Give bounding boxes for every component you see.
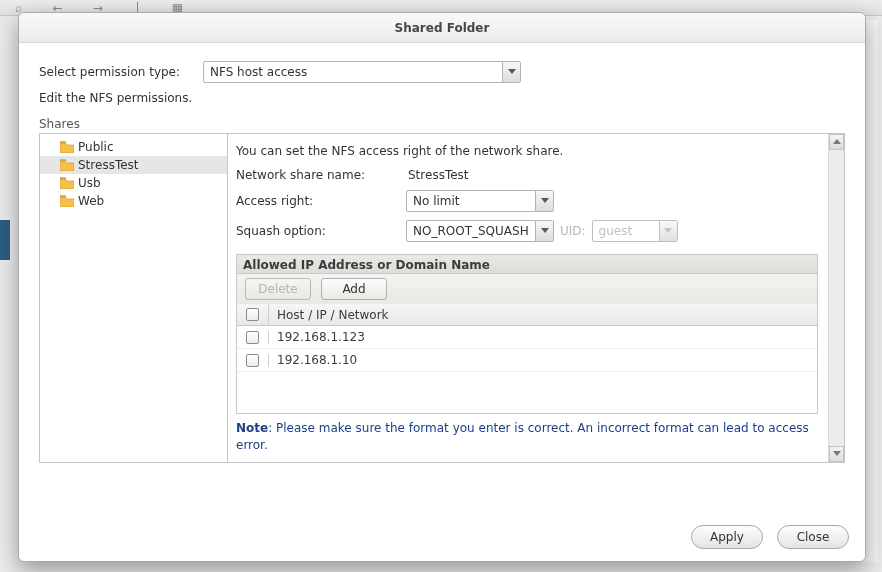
scrollbar[interactable]	[828, 134, 844, 462]
checkbox-icon[interactable]	[246, 331, 259, 344]
host-cell: 192.168.1.10	[269, 353, 817, 367]
squash-select[interactable]: NO_ROOT_SQUASH	[406, 220, 554, 242]
svg-marker-2	[541, 228, 549, 233]
select-all-column[interactable]	[237, 304, 269, 325]
dialog-title: Shared Folder	[19, 13, 865, 43]
tree-item-label: Web	[78, 194, 104, 208]
ip-panel-toolbar: Delete Add	[236, 274, 818, 304]
svg-marker-1	[541, 198, 549, 203]
tree-item-label: StressTest	[78, 158, 139, 172]
ip-table: Host / IP / Network 192.168.1.123	[236, 304, 818, 414]
uid-select: guest	[592, 220, 678, 242]
checkbox-icon[interactable]	[246, 308, 259, 321]
access-right-value: No limit	[413, 194, 460, 208]
intro-text: You can set the NFS access right of the …	[236, 142, 818, 160]
scroll-down-icon[interactable]	[829, 446, 844, 462]
host-cell: 192.168.1.123	[269, 330, 817, 344]
edit-help-text: Edit the NFS permissions.	[39, 91, 845, 105]
close-button[interactable]: Close	[777, 525, 849, 549]
chevron-down-icon	[502, 62, 520, 82]
dialog-content: Select permission type: NFS host access …	[19, 43, 865, 513]
row-checkbox-cell[interactable]	[237, 354, 269, 367]
shared-folder-dialog: Shared Folder Select permission type: NF…	[18, 12, 866, 562]
svg-marker-3	[664, 228, 672, 233]
note-text: Note: Please make sure the format you en…	[236, 420, 818, 454]
squash-row: Squash option: NO_ROOT_SQUASH UID: guest	[236, 220, 818, 242]
share-name-value: StressTest	[406, 168, 469, 182]
main-frame: Public StressTest Usb	[39, 133, 845, 463]
shares-label: Shares	[39, 117, 845, 131]
uid-label: UID:	[560, 224, 586, 238]
tree-item-label: Public	[78, 140, 114, 154]
svg-marker-5	[833, 451, 841, 456]
ip-panel-title: Allowed IP Address or Domain Name	[236, 254, 818, 274]
delete-button: Delete	[245, 278, 311, 300]
svg-marker-4	[833, 139, 841, 144]
chevron-down-icon	[659, 221, 677, 241]
left-accent	[0, 220, 10, 260]
permission-type-label: Select permission type:	[39, 65, 203, 79]
chevron-down-icon	[535, 191, 553, 211]
add-button[interactable]: Add	[321, 278, 387, 300]
details-pane: You can set the NFS access right of the …	[228, 134, 844, 462]
tree-item-web[interactable]: Web	[40, 192, 227, 210]
folder-icon	[60, 159, 74, 171]
host-column-header[interactable]: Host / IP / Network	[269, 304, 817, 325]
permission-type-row: Select permission type: NFS host access	[39, 61, 845, 83]
share-name-row: Network share name: StressTest	[236, 168, 818, 182]
tree-item-public[interactable]: Public	[40, 138, 227, 156]
uid-value: guest	[599, 224, 633, 238]
svg-marker-0	[508, 69, 516, 74]
table-header: Host / IP / Network	[237, 304, 817, 326]
scroll-up-icon[interactable]	[829, 134, 844, 150]
table-row[interactable]: 192.168.1.10	[237, 349, 817, 372]
folder-icon	[60, 141, 74, 153]
note-body: : Please make sure the format you enter …	[236, 421, 809, 452]
apply-button[interactable]: Apply	[691, 525, 763, 549]
checkbox-icon[interactable]	[246, 354, 259, 367]
folder-icon	[60, 195, 74, 207]
row-checkbox-cell[interactable]	[237, 331, 269, 344]
access-right-label: Access right:	[236, 194, 406, 208]
squash-value: NO_ROOT_SQUASH	[413, 224, 529, 238]
permission-type-value: NFS host access	[210, 65, 307, 79]
note-label: Note	[236, 421, 268, 435]
table-row[interactable]: 192.168.1.123	[237, 326, 817, 349]
tree-item-label: Usb	[78, 176, 101, 190]
access-right-select[interactable]: No limit	[406, 190, 554, 212]
tree-item-usb[interactable]: Usb	[40, 174, 227, 192]
shares-tree[interactable]: Public StressTest Usb	[40, 134, 228, 462]
folder-icon	[60, 177, 74, 189]
squash-label: Squash option:	[236, 224, 406, 238]
chevron-down-icon	[535, 221, 553, 241]
share-name-label: Network share name:	[236, 168, 406, 182]
access-right-row: Access right: No limit	[236, 190, 818, 212]
tree-item-stresstest[interactable]: StressTest	[40, 156, 227, 174]
dialog-footer: Apply Close	[19, 513, 865, 561]
permission-type-select[interactable]: NFS host access	[203, 61, 521, 83]
